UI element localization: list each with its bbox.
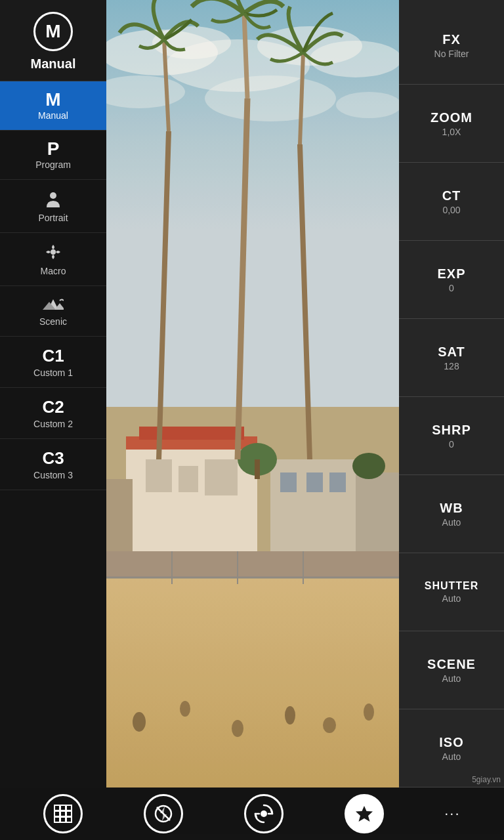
sidebar-item-custom2-label: Custom 2 [33,419,73,429]
svg-rect-49 [54,805,60,810]
star-icon [354,804,374,824]
viewfinder-background [106,0,399,788]
sidebar-item-custom1-letter: C1 [42,346,64,366]
scenic-icon [43,295,64,315]
right-item-exp[interactable]: EXP 0 [399,241,504,319]
sidebar-item-portrait[interactable]: Portrait [0,180,106,233]
sidebar-item-manual[interactable]: M Manual [0,81,106,131]
sidebar-item-program-label: Program [35,159,71,170]
camera-viewfinder[interactable] [106,0,399,788]
grid-button[interactable] [43,794,83,833]
sidebar-item-macro-label: Macro [41,266,66,276]
app-logo: M [33,12,73,51]
sidebar-item-custom3[interactable]: C3 Custom 3 [0,439,106,490]
sidebar-item-custom1[interactable]: C1 Custom 1 [0,337,106,388]
right-item-fx[interactable]: FX No Filter [399,7,504,85]
portrait-icon [43,189,63,211]
sidebar-item-custom2[interactable]: C2 Custom 2 [0,388,106,439]
sidebar-item-portrait-label: Portrait [38,213,68,223]
rotate-camera-button[interactable] [244,794,284,833]
exp-key: EXP [437,266,465,282]
svg-rect-55 [54,817,60,822]
shutter-key: SHUTTER [425,580,479,592]
svg-rect-52 [54,811,60,816]
right-item-shrp[interactable]: SHRP 0 [399,397,504,475]
ct-key: CT [442,188,461,203]
flash-off-icon [154,804,173,824]
svg-rect-51 [66,805,72,810]
fx-value: No Filter [434,49,469,59]
sidebar-item-scenic-label: Scenic [39,316,67,327]
right-item-wb[interactable]: WB Auto [399,475,504,553]
fx-key: FX [442,32,461,47]
grid-icon [53,804,73,824]
more-dots-label: ··· [444,805,460,822]
wb-value: Auto [442,517,461,528]
more-options-button[interactable]: ··· [444,805,460,822]
shutter-value: Auto [442,593,461,604]
sidebar-header: M Manual [0,0,106,81]
svg-point-1 [51,249,56,255]
sat-value: 128 [444,361,459,371]
right-item-scene[interactable]: SCENE Auto [399,631,504,709]
sidebar-item-custom3-label: Custom 3 [33,470,73,480]
svg-rect-53 [60,811,66,816]
sidebar-item-program-letter: P [47,140,60,158]
app-logo-letter: M [45,21,60,42]
svg-rect-54 [66,811,72,816]
sidebar-item-manual-letter: M [45,91,60,109]
right-item-sat[interactable]: SAT 128 [399,319,504,397]
bottom-bar: ··· [0,788,504,840]
svg-rect-56 [60,817,66,822]
svg-rect-50 [60,805,66,810]
scene-value: Auto [442,673,461,684]
svg-marker-61 [356,806,373,822]
rotate-camera-icon [253,803,274,824]
shrp-value: 0 [449,439,454,450]
right-item-zoom[interactable]: ZOOM 1,0X [399,85,504,163]
sidebar-item-manual-label: Manual [38,110,68,121]
sidebar-item-custom2-letter: C2 [42,397,64,417]
sidebar-item-program[interactable]: P Program [0,131,106,180]
flash-button[interactable] [144,794,183,833]
sidebar-item-custom1-label: Custom 1 [33,368,73,378]
iso-value: Auto [442,751,461,762]
svg-point-0 [50,192,56,199]
zoom-key: ZOOM [430,110,472,125]
svg-rect-57 [66,817,72,822]
svg-rect-48 [106,0,399,788]
scene-key: SCENE [427,657,476,672]
favorite-button[interactable] [345,794,384,833]
ct-value: 0,00 [442,205,460,215]
macro-icon [43,242,63,264]
sat-key: SAT [438,345,465,360]
wb-key: WB [440,501,463,516]
iso-key: ISO [439,735,463,750]
sidebar-item-scenic[interactable]: Scenic [0,286,106,337]
right-panel: FX No Filter ZOOM 1,0X CT 0,00 EXP 0 SAT… [399,0,504,788]
app-name: Manual [31,56,76,72]
watermark: 5giay.vn [472,775,501,784]
zoom-value: 1,0X [442,127,461,137]
right-item-ct[interactable]: CT 0,00 [399,163,504,241]
sidebar-item-custom3-letter: C3 [42,448,64,469]
sidebar: M Manual M Manual P Program Portrait [0,0,106,840]
right-item-shutter[interactable]: SHUTTER Auto [399,553,504,631]
exp-value: 0 [449,283,454,293]
shrp-key: SHRP [432,423,471,438]
svg-point-60 [261,810,267,817]
sidebar-item-macro[interactable]: Macro [0,233,106,286]
